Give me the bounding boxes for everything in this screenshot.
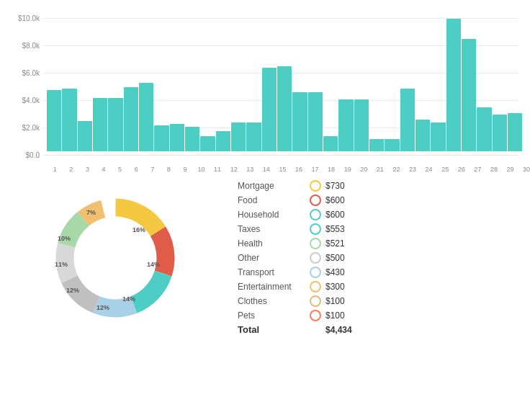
bar-item	[292, 92, 307, 151]
donut-svg	[43, 186, 187, 330]
legend-color-icon	[310, 223, 321, 235]
x-axis-label: 13	[242, 166, 259, 173]
legend-item: Clothes$100	[238, 295, 523, 307]
x-axis: 1234567891011121314151617181920212223242…	[43, 166, 530, 173]
y-axis-label: $4.0k	[22, 97, 40, 104]
legend-color-icon	[310, 252, 321, 264]
account-balance-section: $10.0k$8.0k$6.0k$4.0k$2.0k$0.0 123456789…	[7, 14, 523, 173]
bar-item	[385, 139, 399, 151]
legend-item: Pets$100	[238, 310, 523, 321]
y-axis-label: $6.0k	[22, 69, 40, 77]
x-axis-label: 11	[210, 166, 226, 173]
spending-legend: Mortgage$730Food$600Household$600Taxes$5…	[223, 180, 523, 335]
legend-color-icon	[310, 180, 321, 192]
bar-item	[308, 92, 323, 151]
bar-item	[354, 99, 369, 151]
legend-item: Taxes$553	[238, 223, 523, 235]
x-axis-label: 28	[486, 166, 503, 173]
bar-item	[400, 89, 415, 151]
legend-category-value: $553	[325, 224, 345, 234]
donut-label-12b: 12%	[66, 287, 79, 294]
legend-category-name: Other	[238, 253, 310, 263]
bar-item	[431, 122, 445, 151]
legend-category-value: $100	[325, 296, 345, 306]
legend-category-name: Taxes	[238, 224, 310, 234]
x-axis-label: 29	[502, 166, 518, 173]
legend-category-value: $300	[325, 282, 345, 292]
bar-item	[277, 66, 292, 151]
x-axis-label: 22	[388, 166, 405, 173]
bar-item	[78, 121, 92, 151]
bar-item	[154, 125, 169, 151]
legend-category-value: $521	[325, 238, 345, 249]
legend-category-value: $500	[325, 253, 345, 263]
bar-item	[139, 83, 153, 151]
legend-color-icon	[310, 209, 321, 220]
donut-label-16: 16%	[132, 226, 145, 233]
y-axis-label: $2.0k	[22, 124, 40, 132]
legend-category-name: Clothes	[238, 296, 310, 306]
bar-item	[47, 90, 61, 152]
x-axis-label: 18	[323, 166, 340, 173]
x-axis-label: 10	[193, 166, 210, 173]
x-axis-label: 25	[437, 166, 454, 173]
bar-item	[508, 113, 522, 151]
bar-item	[200, 136, 215, 151]
bar-item	[462, 39, 476, 151]
x-axis-label: 21	[372, 166, 389, 173]
legend-category-value: $100	[325, 310, 345, 321]
x-axis-label: 26	[453, 166, 470, 173]
bar-item	[108, 98, 122, 151]
x-axis-label: 27	[470, 166, 486, 173]
y-axis-label: $8.0k	[22, 42, 40, 50]
legend-total-value: $4,434	[325, 325, 352, 335]
legend-item: Entertainment$300	[238, 281, 523, 292]
x-axis-label: 20	[356, 166, 372, 173]
gridline	[43, 155, 518, 156]
legend-category-value: $600	[325, 210, 345, 220]
legend-color-icon	[310, 281, 321, 292]
x-axis-label: 30	[518, 166, 530, 173]
bar-item	[185, 127, 199, 151]
x-axis-label: 6	[128, 166, 145, 173]
bar-item	[216, 131, 230, 152]
legend-color-icon	[310, 295, 321, 307]
donut-label-14a: 14%	[147, 261, 160, 268]
bars-wrapper	[43, 14, 526, 151]
legend-category-name: Transport	[238, 267, 310, 277]
legend-color-icon	[310, 267, 321, 278]
legend-item: Mortgage$730	[238, 180, 523, 192]
legend-category-value: $600	[325, 195, 345, 205]
donut-chart: 16% 14% 14% 12% 12% 11% 10% 7%	[43, 186, 187, 330]
bar-item	[446, 19, 461, 151]
bar-item	[323, 136, 338, 151]
bar-chart-container: $10.0k$8.0k$6.0k$4.0k$2.0k$0.0 123456789…	[14, 14, 518, 173]
legend-category-name: Food	[238, 195, 310, 205]
x-axis-label: 17	[307, 166, 323, 173]
x-axis-label: 14	[259, 166, 275, 173]
legend-category-value: $430	[325, 267, 345, 277]
spending-content: 16% 14% 14% 12% 12% 11% 10% 7% Mortgage$…	[7, 180, 523, 335]
legend-color-icon	[310, 238, 321, 249]
bar-item	[493, 115, 507, 151]
bar-item	[262, 68, 277, 151]
donut-label-12a: 12%	[96, 304, 109, 311]
bar-item	[369, 139, 384, 151]
legend-category-name: Household	[238, 210, 310, 220]
x-axis-label: 1	[47, 166, 63, 173]
donut-label-11: 11%	[55, 261, 68, 268]
x-axis-label: 5	[112, 166, 128, 173]
legend-item: Transport$430	[238, 267, 523, 278]
y-axis-label: $0.0	[26, 151, 40, 159]
bar-item	[338, 99, 353, 151]
donut-chart-area: 16% 14% 14% 12% 12% 11% 10% 7%	[7, 186, 223, 330]
legend-total-row: Total$4,434	[238, 324, 523, 335]
bar-item	[416, 120, 430, 151]
spending-section: 16% 14% 14% 12% 12% 11% 10% 7% Mortgage$…	[7, 180, 523, 335]
bar-item	[170, 124, 184, 151]
donut-label-10: 10%	[58, 235, 71, 242]
x-axis-label: 8	[161, 166, 177, 173]
bar-item	[62, 89, 76, 151]
x-axis-label: 15	[274, 166, 291, 173]
bar-item	[124, 87, 138, 151]
